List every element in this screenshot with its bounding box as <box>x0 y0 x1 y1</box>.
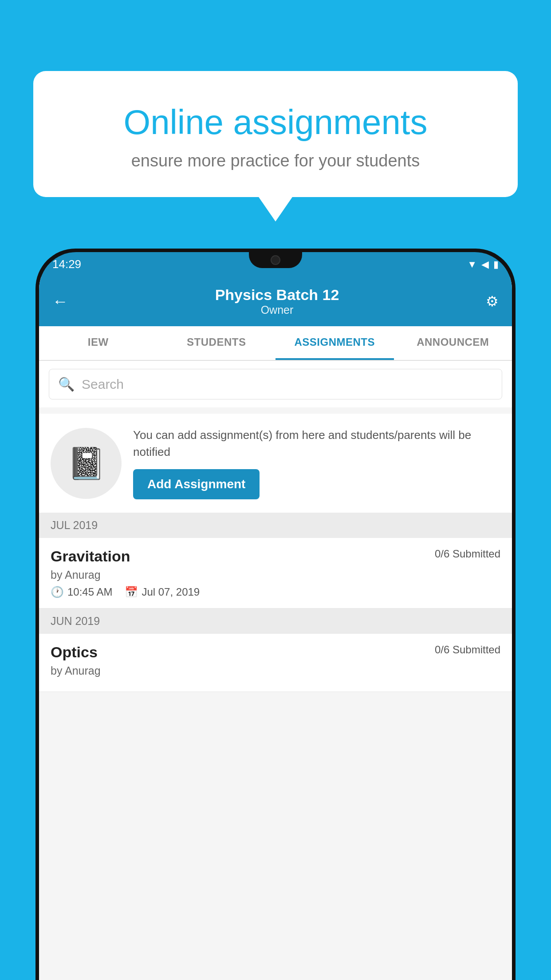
tab-announcements[interactable]: ANNOUNCEM <box>394 326 512 360</box>
phone-inner: 14:29 ▼ ◀ ▮ ← Physics Batch 12 Owner ⚙ I… <box>39 252 512 980</box>
speech-bubble-card: Online assignments ensure more practice … <box>33 71 518 197</box>
promo-section: 📓 You can add assignment(s) from here an… <box>39 414 512 513</box>
speech-bubble-title: Online assignments <box>60 102 491 142</box>
assignment-meta-gravitation: 🕐 10:45 AM 📅 Jul 07, 2019 <box>51 586 500 598</box>
promo-description: You can add assignment(s) from here and … <box>133 427 500 460</box>
promo-text-block: You can add assignment(s) from here and … <box>133 427 500 499</box>
notebook-icon: 📓 <box>67 445 106 482</box>
promo-icon-circle: 📓 <box>51 428 122 499</box>
tabs-container: IEW STUDENTS ASSIGNMENTS ANNOUNCEM <box>39 326 512 361</box>
search-container: 🔍 Search <box>39 361 512 407</box>
calendar-icon: 📅 <box>125 586 138 598</box>
assignment-item-optics[interactable]: Optics 0/6 Submitted by Anurag <box>39 634 512 692</box>
battery-icon: ▮ <box>493 259 499 270</box>
assignment-title-optics: Optics <box>51 644 98 661</box>
tab-iew[interactable]: IEW <box>39 326 157 360</box>
assignment-top-optics: Optics 0/6 Submitted <box>51 644 500 661</box>
month-header-jul: JUL 2019 <box>39 513 512 538</box>
add-assignment-button[interactable]: Add Assignment <box>133 469 260 499</box>
signal-icon: ◀ <box>481 259 489 270</box>
search-bar[interactable]: 🔍 Search <box>49 369 502 399</box>
wifi-icon: ▼ <box>467 259 477 270</box>
back-button[interactable]: ← <box>52 292 68 311</box>
settings-button[interactable]: ⚙ <box>486 293 499 310</box>
assignment-time-item: 🕐 10:45 AM <box>51 586 112 598</box>
tab-assignments[interactable]: ASSIGNMENTS <box>276 326 394 360</box>
assignment-time: 10:45 AM <box>67 586 112 598</box>
assignment-author-optics: by Anurag <box>51 664 500 677</box>
month-header-jun: JUN 2019 <box>39 609 512 634</box>
assignment-date: Jul 07, 2019 <box>142 586 200 598</box>
front-camera <box>271 255 280 265</box>
phone-frame: 14:29 ▼ ◀ ▮ ← Physics Batch 12 Owner ⚙ I… <box>35 249 516 980</box>
assignment-submitted-optics: 0/6 Submitted <box>435 644 500 656</box>
phone-notch <box>249 252 302 268</box>
assignment-title-gravitation: Gravitation <box>51 548 130 565</box>
assignment-date-item: 📅 Jul 07, 2019 <box>125 586 200 598</box>
speech-bubble-subtitle: ensure more practice for your students <box>60 151 491 170</box>
status-icons: ▼ ◀ ▮ <box>467 259 499 270</box>
speech-bubble-section: Online assignments ensure more practice … <box>33 71 518 197</box>
assignment-author-gravitation: by Anurag <box>51 569 500 581</box>
assignment-top: Gravitation 0/6 Submitted <box>51 548 500 565</box>
assignment-submitted-gravitation: 0/6 Submitted <box>435 548 500 560</box>
search-icon: 🔍 <box>58 376 75 392</box>
clock-icon: 🕐 <box>51 586 64 598</box>
tab-students[interactable]: STUDENTS <box>157 326 276 360</box>
status-time: 14:29 <box>52 257 81 271</box>
screen-content: ← Physics Batch 12 Owner ⚙ IEW STUDENTS … <box>39 277 512 980</box>
app-bar: ← Physics Batch 12 Owner ⚙ <box>39 277 512 326</box>
assignment-item-gravitation[interactable]: Gravitation 0/6 Submitted by Anurag 🕐 10… <box>39 538 512 609</box>
app-bar-center: Physics Batch 12 Owner <box>215 286 339 316</box>
app-bar-title: Physics Batch 12 <box>215 286 339 304</box>
app-bar-subtitle: Owner <box>215 304 339 316</box>
search-placeholder[interactable]: Search <box>82 377 124 392</box>
